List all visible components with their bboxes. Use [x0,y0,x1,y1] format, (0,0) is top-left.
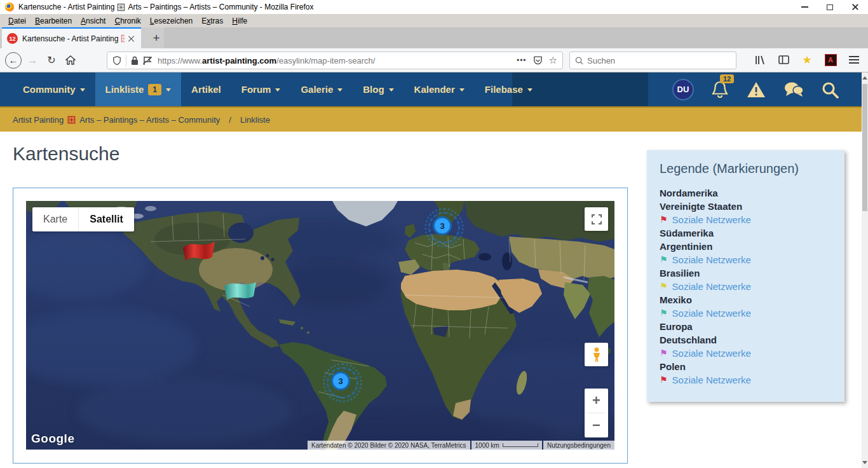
menu-item-extras[interactable]: Extras [197,17,227,25]
home-button[interactable] [61,51,80,70]
legend-category-link[interactable]: Soziale Netzwerke [672,253,751,266]
search-bar[interactable] [569,52,736,69]
map-canvas[interactable]: 3 3 Karte Satellit + − Google Kartendate… [26,201,614,450]
page-scrollbar[interactable] [862,72,868,468]
pegman-button[interactable] [585,343,608,366]
breadcrumb-site-link[interactable]: Artist Painting [13,115,64,125]
site-nav-items: CommunityLinkliste1ArtikelForumGalerieBl… [13,72,543,106]
page-title: Kartensuche [13,143,119,165]
fullscreen-icon [591,214,602,225]
legend-panel: Legende (Markierungen) NordamerikaVerein… [647,150,844,402]
legend-link-row: ⚑Soziale Netzwerke [660,373,832,387]
pocket-icon[interactable] [533,55,543,65]
minimize-button[interactable] [792,0,817,14]
adobe-extension-button[interactable]: A [822,51,839,69]
map-type-satellit-button[interactable]: Satellit [79,207,133,231]
conversations-button[interactable] [783,81,804,98]
breadcrumb: Artist Painting Arts – Paintings – Artis… [0,106,868,132]
nav-item-community[interactable]: Community [13,72,95,106]
world-map [26,201,614,450]
extension-icon[interactable]: ★ [798,51,816,69]
nav-item-forum[interactable]: Forum [231,72,291,106]
map-type-karte-button[interactable]: Karte [32,207,78,231]
map-type-control: Karte Satellit [32,207,134,231]
back-button[interactable]: ← [4,51,23,70]
zoom-in-button[interactable]: + [585,389,608,413]
chevron-down-icon [337,88,342,92]
nav-item-blog[interactable]: Blog [353,72,403,106]
breadcrumb-current[interactable]: Linkliste [240,115,270,125]
bookmark-star-icon[interactable]: ☆ [549,55,557,66]
google-logo[interactable]: Google [31,432,74,446]
breadcrumb-site-tagline[interactable]: Arts – Paintings – Artists – Community [79,115,220,125]
terms-link[interactable]: Nutzungsbedingungen [543,441,614,450]
nav-item-filebase[interactable]: Filebase [475,72,543,106]
url-bar[interactable]: https://www.artist-painting.com/easylink… [107,52,563,69]
maximize-button[interactable] [817,0,843,14]
notifications-button[interactable]: 12 [711,80,729,99]
menu-item-datei[interactable]: Datei [4,17,31,25]
forward-button[interactable]: → [23,51,42,70]
legend-region-label: Brasilien [660,266,832,280]
attribution-text: Kartendaten © 2020 Bilder © 2020 NASA, T… [308,441,470,450]
library-icon [755,55,765,65]
shield-icon [112,55,121,65]
site-stamp-icon [67,116,76,124]
site-search-button[interactable] [821,81,839,99]
legend-link-row: ⚑Soziale Netzwerke [660,280,832,293]
map-flag-marker-red[interactable] [180,237,217,267]
map-cluster-europe[interactable]: 3 [433,216,452,235]
window-title-pre: Kartensuche - Artist Painting [18,3,114,11]
lock-icon [131,56,139,65]
menu-item-bearbeiten[interactable]: Bearbeiten [31,17,76,25]
search-input[interactable] [587,56,714,65]
flag-icon: ⚑ [660,280,668,293]
nav-item-label: Filebase [485,84,523,95]
scrollbar-thumb[interactable] [862,84,867,211]
legend-category-link[interactable]: Soziale Netzwerke [672,280,751,293]
zoom-out-button[interactable]: − [585,413,608,437]
scroll-down-icon[interactable] [862,461,867,464]
map-card: 3 3 Karte Satellit + − Google Kartendate… [13,188,628,464]
firefox-icon [5,3,14,11]
browser-toolbar: ← → ↻ https://www.artist-painting.com/ea… [0,48,868,72]
menu-item-hilfe[interactable]: Hilfe [227,17,252,25]
map-cluster-brazil[interactable]: 3 [331,371,350,390]
legend-category-link[interactable]: Soziale Netzwerke [672,306,751,320]
flag-icon: ⚑ [660,373,668,387]
pegman-icon [592,347,602,362]
new-tab-button[interactable]: + [147,29,166,47]
reload-button[interactable]: ↻ [42,51,61,70]
nav-item-label: Kalender [414,84,455,95]
menu-item-lesezeichen[interactable]: Lesezeichen [146,17,197,25]
cluster-count: 3 [338,376,342,386]
nav-item-galerie[interactable]: Galerie [290,72,353,106]
legend-category-link[interactable]: Soziale Netzwerke [672,347,751,360]
map-attribution: Kartendaten © 2020 Bilder © 2020 NASA, T… [308,441,614,450]
adobe-icon: A [825,54,837,66]
scroll-up-icon[interactable] [862,76,867,79]
browser-tab[interactable]: 12 Kartensuche - Artist Painting [2,27,141,48]
sidebar-icon [778,55,789,64]
legend-category-link[interactable]: Soziale Netzwerke [672,213,751,226]
moderation-button[interactable] [746,81,766,99]
user-avatar[interactable]: DU [672,79,694,100]
library-button[interactable] [751,51,769,69]
map-flag-marker-teal[interactable] [222,276,259,305]
nav-item-kalender[interactable]: Kalender [404,72,475,106]
map-scale: 1000 km [471,441,542,450]
close-button[interactable] [843,0,868,14]
sidebar-button[interactable] [775,51,792,69]
app-menu-button[interactable] [845,51,863,69]
page-actions-icon[interactable]: ••• [517,56,527,65]
fullscreen-button[interactable] [585,207,608,231]
nav-item-artikel[interactable]: Artikel [181,72,231,106]
legend-category-link[interactable]: Soziale Netzwerke [672,373,751,387]
flag-icon: ⚑ [660,253,668,266]
warning-triangle-icon [746,81,766,99]
nav-item-linkliste[interactable]: Linkliste1 [95,72,182,106]
scale-bar-icon [503,443,538,447]
menu-item-chronik[interactable]: Chronik [110,17,145,25]
tab-close-icon[interactable] [127,34,136,43]
menu-item-ansicht[interactable]: Ansicht [76,17,110,25]
